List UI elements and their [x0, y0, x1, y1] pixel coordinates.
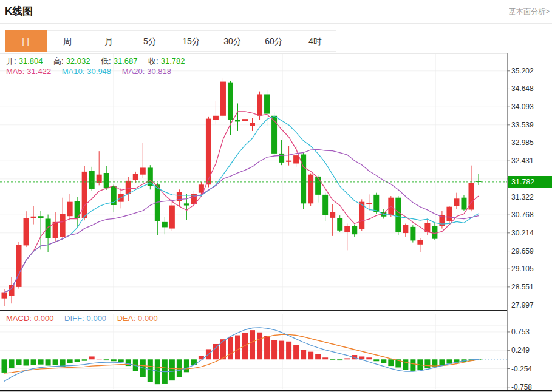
low-label: 低:	[101, 56, 111, 66]
macd-bar-negative	[373, 359, 379, 361]
candle-body-down	[352, 226, 357, 234]
candle-body-down	[184, 203, 189, 205]
candle-body-up	[417, 240, 423, 244]
close-label: 收:	[148, 56, 158, 66]
ma-legend: MA5:31.422 MA10:30.948 MA20:30.818	[6, 67, 174, 76]
macd-bar-positive	[228, 337, 233, 359]
candle-body-up	[446, 207, 452, 221]
macd-bar-negative	[53, 359, 58, 365]
macd-bar-negative	[67, 359, 73, 363]
diff-label: DIFF:	[64, 314, 84, 323]
macd-bar-negative	[403, 359, 408, 370]
macd-bar-negative	[337, 359, 342, 360]
macd-bar-positive	[286, 342, 291, 359]
candle-body-up	[242, 119, 248, 121]
macd-label: MACD:	[6, 314, 32, 323]
macd-bar-negative	[104, 359, 109, 360]
candle-body-up	[250, 123, 255, 126]
ma20-value: 30.818	[147, 67, 171, 76]
candle-body-up	[330, 212, 335, 218]
kline-page: K线图 基本面分析> 日 周 月 5分 15分 30分 60分 4时 35.20…	[0, 0, 552, 392]
candle-body-up	[53, 222, 58, 238]
y-axis-tick-label: 30.214	[511, 229, 534, 237]
macd-bar-positive	[250, 330, 255, 359]
candle-body-down	[264, 94, 270, 113]
macd-bar-negative	[388, 359, 394, 366]
macd-bar-negative	[82, 359, 87, 360]
macd-bar-positive	[264, 336, 270, 359]
candle-body-up	[67, 202, 73, 217]
macd-bar-positive	[279, 341, 284, 360]
diff-value: 0.000	[87, 314, 107, 323]
macd-bar-negative	[439, 359, 445, 365]
macd-bar-negative	[111, 359, 117, 361]
macd-bar-positive	[315, 354, 321, 359]
macd-bar-negative	[155, 359, 160, 384]
y-axis-tick-label: 34.648	[511, 84, 534, 93]
y-axis-tick-label: 31.322	[511, 193, 534, 201]
macd-bar-positive	[366, 357, 372, 359]
macd-bar-negative	[75, 359, 80, 362]
y-axis-tick-label: 27.997	[511, 301, 534, 309]
y-axis-tick-label: 32.985	[511, 138, 534, 147]
dea-value: 0.000	[138, 314, 158, 323]
macd-bar-negative	[31, 359, 36, 365]
diff-line	[4, 328, 479, 382]
macd-bar-positive	[301, 350, 306, 359]
ma5-label: MA5:	[6, 67, 24, 76]
y-axis-tick-label: -0.254	[511, 365, 532, 373]
macd-bar-negative	[148, 359, 153, 382]
candle-body-down	[373, 195, 379, 212]
macd-bar-positive	[89, 356, 95, 359]
macd-bar-negative	[184, 359, 189, 372]
y-axis-tick-label: 28.551	[511, 283, 534, 291]
macd-bar-negative	[9, 359, 15, 368]
candle-body-down	[271, 116, 277, 154]
macd-bar-positive	[293, 345, 299, 359]
macd-bar-positive	[220, 339, 226, 359]
candle-body-up	[293, 155, 299, 163]
candle-body-up	[2, 293, 7, 299]
y-axis-tick-label: 33.539	[511, 121, 534, 129]
candle-body-down	[162, 222, 168, 228]
macd-bar-positive	[271, 340, 277, 359]
candle-body-down	[395, 198, 401, 232]
ma10-value: 30.948	[87, 67, 111, 76]
candle-body-up	[140, 167, 146, 174]
current-price-badge: 31.782	[508, 176, 552, 188]
candle-body-down	[315, 177, 321, 195]
macd-bar-negative	[38, 359, 44, 364]
macd-bar-positive	[257, 333, 262, 360]
macd-bar-positive	[308, 352, 313, 360]
y-axis-tick-label: 0.249	[511, 346, 530, 354]
macd-bar-positive	[235, 336, 240, 360]
low-value: 31.687	[114, 56, 138, 66]
open-label: 开:	[6, 56, 16, 66]
candle-body-down	[337, 218, 342, 231]
candle-body-down	[38, 216, 44, 218]
candle-body-up	[403, 225, 408, 233]
candle-body-down	[89, 171, 95, 189]
ma10-label: MA10:	[62, 67, 85, 76]
candle-body-down	[104, 173, 109, 188]
candle-body-up	[454, 198, 459, 206]
high-value: 32.032	[66, 56, 90, 66]
candle-body-up	[60, 214, 66, 237]
y-axis-tick-label: 0.753	[511, 328, 530, 336]
candle-body-down	[279, 154, 284, 163]
candle-body-up	[169, 206, 175, 229]
candle-body-up	[344, 226, 350, 232]
macd-bar-negative	[330, 359, 335, 360]
macd-bar-negative	[2, 359, 7, 373]
y-axis-tick-label: -0.758	[511, 383, 532, 391]
macd-bar-negative	[118, 359, 124, 362]
macd-bar-negative	[24, 359, 29, 365]
y-axis-tick-label: 32.431	[511, 157, 534, 165]
candle-body-down	[235, 120, 240, 122]
candle-body-up	[213, 116, 219, 120]
y-axis-tick-label: 29.105	[511, 265, 534, 273]
candle-body-down	[410, 227, 415, 240]
macd-bar-negative	[410, 359, 415, 371]
y-axis-tick-label: 29.659	[511, 247, 534, 255]
macd-bar-positive	[322, 357, 328, 359]
